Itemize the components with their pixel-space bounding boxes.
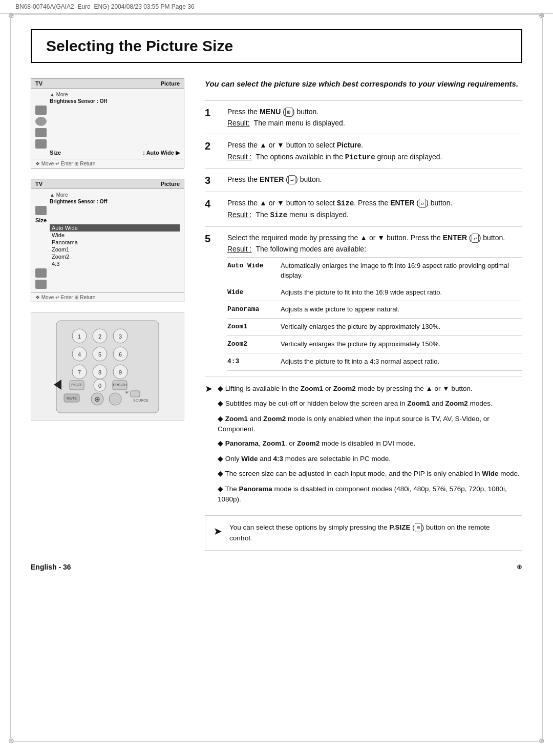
tv-menu-1-footer: ❖ Move ↵ Enter ⊞ Return [31, 159, 184, 168]
mode-name-zoom2: Zoom2 [227, 339, 273, 350]
tv-menu-1: TV Picture ▲ More Brightness Sensor : Of… [31, 78, 184, 169]
mode-name-wide: Wide [227, 287, 273, 298]
tv2-icon-1 [35, 206, 47, 215]
tip-arrow: ➤ [214, 523, 222, 539]
mode-desc-zoom2: Vertically enlarges the picture by appro… [281, 339, 522, 350]
steps-table: 1 Press the MENU (⊞) button. Result: The… [205, 100, 522, 376]
mode-desc-zoom1: Vertically enlarges the picture by appro… [281, 322, 522, 332]
mode-desc-wide: Adjusts the picture to fit into the 16:9… [281, 287, 522, 298]
svg-text:3: 3 [119, 333, 122, 340]
note-2: ➤ ◆ Subtitles may be cut-off or hidden b… [205, 398, 522, 410]
tv-icon-1 [35, 106, 47, 115]
result-text-1: The main menu is displayed. [254, 117, 345, 129]
note-4: ➤ ◆ Panorama, Zoom1, or Zoom2 mode is di… [205, 438, 522, 450]
svg-text:9: 9 [119, 369, 122, 375]
dropdown-wide: Wide [50, 232, 180, 239]
mode-wide: Wide Adjusts the picture to fit into the… [227, 284, 522, 302]
size-value-1: : Auto Wide ▶ [143, 150, 180, 156]
tv-icon-4 [35, 139, 47, 149]
tv-menu-2-row-extra [35, 267, 180, 279]
header-bar: BN68-00746A(GAIA2_Euro_ENG) 2004/08/23 0… [0, 0, 553, 14]
right-column: You can select the picture size which be… [205, 78, 522, 551]
corner-mark-bl: ⊕ [7, 737, 15, 745]
step-1-content: Press the MENU (⊞) button. Result: The m… [227, 106, 522, 129]
tv-menu-2-size-row: Size [35, 216, 180, 224]
step-2-num: 2 [205, 139, 219, 152]
mode-desc-auto-wide: Automatically enlarges the image to fit … [281, 261, 522, 281]
step-5-content: Select the required mode by pressing the… [227, 232, 522, 371]
mode-name-panorama: Panorama [227, 304, 273, 315]
step-2-content: Press the ▲ or ▼ button to select Pictur… [227, 139, 522, 163]
tv-icon-3 [35, 128, 47, 137]
result-text-4: The Size menu is displayed. [256, 209, 348, 221]
svg-rect-31 [131, 391, 140, 397]
tip-arrow-icon: ➤ [205, 384, 212, 395]
result-label-4: Result : [227, 209, 251, 221]
mode-panorama: Panorama Adjusts a wide picture to appea… [227, 301, 522, 319]
tv-menu-1-row-4 [35, 138, 180, 150]
tv-icon-2 [35, 117, 47, 126]
tv-label-1: TV [35, 80, 42, 87]
tv-menu-1-row-2 [35, 116, 180, 127]
svg-text:PRE-CH: PRE-CH [113, 383, 127, 387]
step-3-content: Press the ENTER (↵) button. [227, 174, 522, 185]
tv-menu-1-header: TV Picture [31, 79, 184, 89]
notes-section: ➤ ◆ Lifting is available in the Zoom1 or… [205, 384, 522, 505]
dropdown-zoom2: Zoom2 [50, 253, 180, 260]
page-footer: English - 36 ⊕ [31, 563, 522, 571]
tv-menu-1-row-3 [35, 127, 180, 138]
note-3: ➤ ◆ Zoom1 and Zoom2 mode is only enabled… [205, 414, 522, 435]
tv-menu-1-size: Size : Auto Wide ▶ [50, 150, 180, 156]
svg-point-29 [109, 393, 121, 405]
result-label-2: Result : [227, 151, 251, 163]
tv2-icon-2 [35, 268, 47, 278]
tv2-icon-3 [35, 280, 47, 289]
intro-paragraph: You can select the picture size which be… [205, 78, 522, 90]
header-text: BN68-00746A(GAIA2_Euro_ENG) 2004/08/23 0… [15, 3, 195, 10]
svg-text:⊕: ⊕ [94, 395, 100, 403]
step-4-content: Press the ▲ or ▼ button to select Size. … [227, 197, 522, 221]
mode-desc-4-3: Adjusts the picture to fit into a 4:3 no… [281, 356, 522, 367]
picture-label-2: Picture [161, 181, 180, 187]
svg-text:SOURCE: SOURCE [133, 398, 148, 402]
tip-box: ➤ You can select these options by simply… [205, 515, 522, 551]
note-6: ➤ ◆ The screen size can be adjusted in e… [205, 469, 522, 480]
svg-text:5: 5 [98, 351, 101, 358]
tv-menu-2-more: ▲ More [50, 192, 180, 198]
remote-control-image: 1 2 3 4 5 6 7 8 [31, 312, 184, 421]
tv-menu-2-header: TV Picture [31, 179, 184, 189]
result-text-5: The following modes are available: [256, 243, 366, 255]
tv-menu-2-body: ▲ More Brightness Sensor : Off Size Auto… [31, 189, 184, 292]
tv-menu-2-footer: ❖ Move ↵ Enter ⊞ Return [31, 292, 184, 302]
dropdown-auto-wide: Auto Wide [50, 224, 180, 232]
page-title: Selecting the Picture Size [46, 37, 507, 55]
picture-label-1: Picture [161, 80, 180, 87]
mode-name-auto-wide: Auto Wide [227, 261, 273, 281]
tv-label-2: TV [35, 181, 42, 187]
mode-4-3: 4:3 Adjusts the picture to fit into a 4:… [227, 353, 522, 371]
size-label-1: Size [50, 150, 61, 156]
svg-text:4: 4 [78, 351, 81, 358]
step-4-num: 4 [205, 197, 219, 210]
mode-name-zoom1: Zoom1 [227, 322, 273, 332]
tv-menu-1-brightness: Brightness Sensor : Off [50, 98, 180, 104]
mode-zoom2: Zoom2 Vertically enlarges the picture by… [227, 336, 522, 353]
tv2-size-label: Size [35, 217, 180, 223]
tv-menu-1-body: ▲ More Brightness Sensor : Off [31, 89, 184, 159]
tv-menu-2-row-extra2 [35, 279, 180, 290]
step-5: 5 Select the required mode by pressing t… [205, 227, 522, 376]
svg-text:0: 0 [98, 383, 101, 389]
note-5: ➤ ◆ Only Wide and 4:3 modes are selectab… [205, 454, 522, 465]
step-1: 1 Press the MENU (⊞) button. Result: The… [205, 101, 522, 135]
tv-menu-2: TV Picture ▲ More Brightness Sensor : Of… [31, 179, 184, 302]
step-1-num: 1 [205, 106, 219, 119]
svg-text:1: 1 [78, 333, 81, 340]
footer-center-mark: ⊕ [517, 563, 522, 571]
svg-text:2: 2 [98, 333, 101, 340]
step-4: 4 Press the ▲ or ▼ button to select Size… [205, 192, 522, 227]
tv-menu-1-row-1 [35, 104, 180, 116]
mode-table: Auto Wide Automatically enlarges the ima… [227, 257, 522, 371]
svg-text:8: 8 [98, 369, 101, 375]
mode-name-4-3: 4:3 [227, 356, 273, 367]
mode-zoom1: Zoom1 Vertically enlarges the picture by… [227, 319, 522, 336]
